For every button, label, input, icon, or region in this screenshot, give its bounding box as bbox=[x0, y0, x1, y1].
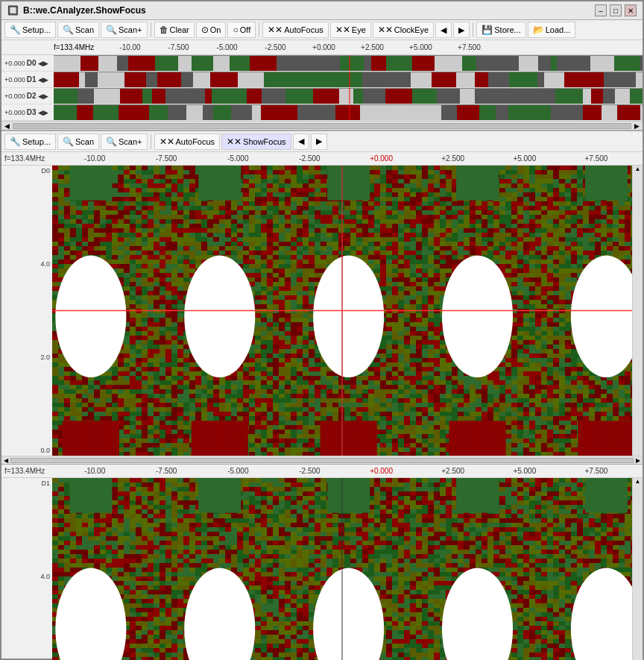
bottom-prev-button[interactable]: ◀ bbox=[293, 133, 309, 150]
y-label-40-D0: D0 bbox=[1, 167, 50, 175]
off-icon: ○ bbox=[233, 25, 238, 35]
load-icon: 📂 bbox=[533, 25, 544, 35]
next-button[interactable]: ▶ bbox=[453, 22, 470, 38]
bottom-scanplus-button[interactable]: 🔍 Scan+ bbox=[101, 133, 148, 150]
eye-canvas-D0 bbox=[52, 166, 632, 456]
ruler-p00-D0: +0.000 bbox=[346, 154, 417, 163]
title-bar-left: 🔲 B::we.CAnalyzer.ShowFocus bbox=[7, 5, 146, 16]
top-toolbar: 🔧 Setup... 🔍 Scan 🔍 Scan+ 🗑 Clear ⊙ On ○… bbox=[1, 20, 643, 40]
ruler-p25-D0: +2.500 bbox=[417, 154, 489, 163]
ruler-label-2: -7.500 bbox=[154, 43, 203, 51]
clear-icon: 🗑 bbox=[160, 25, 168, 35]
ruler-n75-D0: -7.500 bbox=[130, 154, 202, 163]
load-button[interactable]: 📂 Load... bbox=[528, 22, 576, 38]
diagram-header-D1: f=133.4MHz -10.00 -7.500 -5.000 -2.500 +… bbox=[1, 465, 643, 478]
top-freq-value: f=133.4MHz bbox=[54, 43, 106, 51]
waveform-rows: +0.000 D0 ◀▶ +0.000 D1 ◀▶ bbox=[1, 55, 643, 121]
y-val-00-D0: 0.0 bbox=[1, 447, 50, 454]
on-button[interactable]: ⊙ On bbox=[196, 22, 227, 38]
bottom-scan-button[interactable]: 🔍 Scan bbox=[57, 133, 99, 150]
ruler-label-1: -10.00 bbox=[106, 43, 154, 51]
yaxis-D1: D1 4.0 2.0 0.0 bbox=[1, 478, 52, 660]
hscroll-D0[interactable]: ◀ ▶ bbox=[1, 456, 643, 464]
main-window: 🔲 B::we.CAnalyzer.ShowFocus – □ ✕ 🔧 Setu… bbox=[0, 0, 644, 660]
wave-row-d2: +0.000 D2 ◀▶ bbox=[1, 88, 643, 104]
setup-button[interactable]: 🔧 Setup... bbox=[4, 22, 56, 38]
bottom-setup-icon: 🔧 bbox=[10, 136, 21, 147]
store-icon: 💾 bbox=[482, 25, 493, 35]
wave-row-d0: +0.000 D0 ◀▶ bbox=[1, 55, 643, 72]
ruler-n50-D1: -5.000 bbox=[202, 467, 274, 475]
ruler-p25-D1: +2.500 bbox=[417, 467, 489, 475]
bottom-autofocus-button[interactable]: ✕✕ AutoFocus bbox=[154, 133, 221, 150]
wave-label-d3: +0.000 D3 ◀▶ bbox=[1, 108, 54, 116]
off-button[interactable]: ○ Off bbox=[227, 22, 256, 38]
title-bar-controls: – □ ✕ bbox=[595, 4, 637, 16]
clear-button[interactable]: 🗑 Clear bbox=[154, 22, 195, 38]
separator-3 bbox=[473, 22, 473, 37]
wave-canvas-d0 bbox=[54, 55, 643, 71]
bottom-setup-button[interactable]: 🔧 Setup... bbox=[4, 133, 56, 150]
ruler-label-4: -2.500 bbox=[251, 43, 300, 51]
separator-4 bbox=[151, 134, 151, 149]
scan-button[interactable]: 🔍 Scan bbox=[57, 22, 99, 38]
title-bar: 🔲 B::we.CAnalyzer.ShowFocus – □ ✕ bbox=[1, 1, 643, 20]
minimize-button[interactable]: – bbox=[595, 4, 607, 16]
maximize-button[interactable]: □ bbox=[610, 4, 622, 16]
eye-button[interactable]: ✕✕ Eye bbox=[330, 22, 371, 38]
bottom-next-button[interactable]: ▶ bbox=[311, 133, 327, 150]
ruler-label-3: -5.000 bbox=[203, 43, 251, 51]
ruler-p75-D0: +7.500 bbox=[561, 154, 632, 163]
close-button[interactable]: ✕ bbox=[625, 4, 637, 16]
scroll-up-D0[interactable]: ▲ bbox=[635, 166, 641, 172]
scroll-up-D1[interactable]: ▲ bbox=[635, 478, 641, 485]
scroll-right-D0[interactable]: ▶ bbox=[634, 457, 643, 464]
ruler-n10-D1: -10.00 bbox=[59, 467, 130, 475]
wave-label-d2: +0.000 D2 ◀▶ bbox=[1, 92, 54, 100]
setup-icon: 🔧 bbox=[10, 25, 21, 35]
ruler-n10-D0: -10.00 bbox=[59, 154, 130, 163]
autofocus-button[interactable]: ✕✕ AutoFocus bbox=[262, 22, 329, 38]
canvas-wrap-D0 bbox=[52, 166, 632, 456]
bottom-scanplus-icon: 🔍 bbox=[106, 136, 117, 147]
wave-label-d0: +0.000 D0 ◀▶ bbox=[1, 59, 54, 67]
eye-canvas-D1 bbox=[52, 478, 632, 660]
separator-1 bbox=[151, 22, 151, 37]
bottom-section: 🔧 Setup... 🔍 Scan 🔍 Scan+ ✕✕ AutoFocus ✕… bbox=[1, 131, 643, 660]
bottom-showfocus-icon: ✕✕ bbox=[227, 136, 242, 147]
scroll-left-D0[interactable]: ◀ bbox=[1, 457, 10, 464]
canvas-wrap-D1 bbox=[52, 478, 632, 660]
diagram-content-D0: D0 4.0 2.0 0.0 ▲ bbox=[1, 166, 643, 456]
y-val-20-D0: 2.0 bbox=[1, 353, 50, 361]
wave-label-d1: +0.000 D1 ◀▶ bbox=[1, 75, 54, 84]
prev-button[interactable]: ◀ bbox=[435, 22, 452, 38]
vscroll-D1[interactable]: ▲ bbox=[632, 478, 643, 660]
diagram-content-D1: D1 4.0 2.0 0.0 ▲ bbox=[1, 478, 643, 660]
app-icon: 🔲 bbox=[7, 5, 19, 16]
diagram-panel-D1: f=133.4MHz -10.00 -7.500 -5.000 -2.500 +… bbox=[1, 465, 643, 660]
wave-canvas-d3 bbox=[54, 104, 643, 120]
store-button[interactable]: 💾 Store... bbox=[476, 22, 525, 38]
freq-label-D0: f=133.4MHz bbox=[3, 154, 59, 163]
ruler-p50-D0: +5.000 bbox=[489, 154, 561, 163]
wave-row-d1: +0.000 D1 ◀▶ bbox=[1, 72, 643, 88]
ruler-p75-D1: +7.500 bbox=[561, 467, 632, 475]
eye-icon: ✕✕ bbox=[335, 25, 350, 35]
on-icon: ⊙ bbox=[201, 25, 209, 35]
y-label-40-D1: D1 bbox=[1, 480, 50, 487]
top-scrollbar-h[interactable]: ◀ ▶ bbox=[1, 121, 643, 130]
vscroll-D0[interactable]: ▲ bbox=[632, 166, 643, 456]
scanplus-icon: 🔍 bbox=[106, 25, 117, 35]
wave-row-d3: +0.000 D3 ◀▶ bbox=[1, 104, 643, 121]
clockeye-button[interactable]: ✕✕ ClockEye bbox=[373, 22, 434, 38]
bottom-showfocus-button[interactable]: ✕✕ ShowFocus bbox=[221, 133, 291, 150]
ruler-label-5: +0.000 bbox=[300, 43, 348, 51]
panels-container: f=133.4MHz -10.00 -7.500 -5.000 -2.500 +… bbox=[1, 152, 643, 660]
window-title: B::we.CAnalyzer.ShowFocus bbox=[23, 5, 146, 16]
yaxis-D0: D0 4.0 2.0 0.0 bbox=[1, 166, 52, 456]
clockeye-icon: ✕✕ bbox=[378, 25, 393, 35]
scanplus-button[interactable]: 🔍 Scan+ bbox=[101, 22, 148, 38]
y-val-40-D1: 4.0 bbox=[1, 573, 50, 580]
bottom-toolbar: 🔧 Setup... 🔍 Scan 🔍 Scan+ ✕✕ AutoFocus ✕… bbox=[1, 131, 643, 152]
top-waveform-section: f=133.4MHz -10.00 -7.500 -5.000 -2.500 +… bbox=[1, 40, 643, 131]
